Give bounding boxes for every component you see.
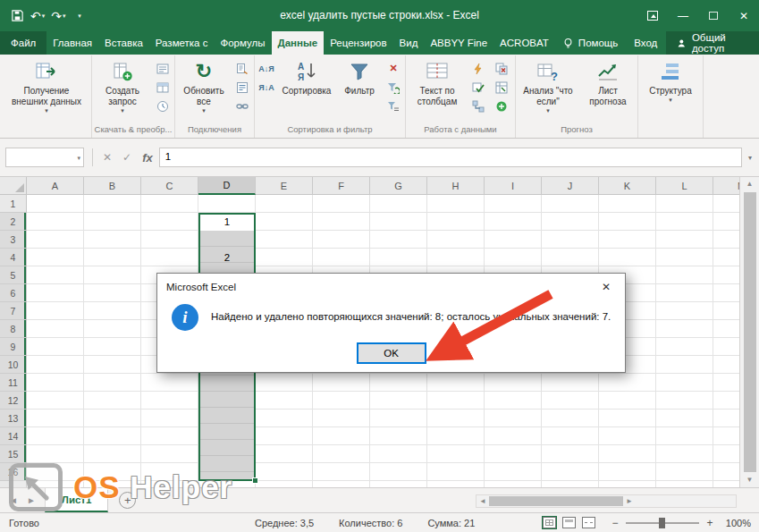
column-header[interactable]: A — [27, 177, 84, 195]
ribbon-tab[interactable]: Разметка с — [149, 31, 215, 55]
recent-sources-button[interactable] — [153, 98, 173, 114]
relationships-button[interactable] — [468, 98, 488, 114]
scroll-up-icon[interactable]: ▲ — [746, 179, 754, 190]
row-header[interactable]: 1 — [0, 195, 26, 213]
scroll-down-icon[interactable]: ▼ — [746, 475, 754, 486]
row-header[interactable]: 4 — [0, 249, 26, 266]
select-all-corner[interactable] — [0, 177, 27, 195]
cell-D2[interactable]: 1 — [198, 213, 256, 231]
refresh-all-button[interactable]: ↻ Обновить все ▾ — [177, 56, 231, 122]
scroll-left-icon[interactable]: ◄ — [479, 496, 486, 507]
caret-down-icon[interactable]: ▾ — [77, 155, 80, 162]
column-header[interactable]: F — [313, 177, 370, 195]
normal-view-button[interactable] — [543, 517, 556, 528]
row-header[interactable]: 15 — [0, 445, 26, 463]
manage-data-model-button[interactable] — [492, 98, 511, 114]
show-queries-button[interactable] — [153, 61, 173, 76]
ribbon-tab[interactable]: Формулы — [214, 31, 271, 55]
ribbon-display-options-button[interactable] — [637, 0, 668, 31]
row-header[interactable]: 7 — [0, 302, 26, 320]
sort-button[interactable]: АЯ Сортировка — [278, 56, 335, 122]
cancel-icon[interactable]: ✕ — [103, 151, 112, 164]
column-header[interactable]: G — [370, 177, 427, 195]
column-header[interactable]: H — [427, 177, 485, 195]
remove-duplicates-button[interactable] — [492, 61, 511, 76]
horizontal-scroll-thumb[interactable] — [489, 496, 623, 506]
column-header[interactable]: D — [198, 177, 256, 195]
row-header[interactable]: 3 — [0, 231, 26, 249]
reapply-filter-button[interactable] — [384, 80, 403, 95]
formula-input[interactable]: 1 — [159, 148, 742, 167]
what-if-analysis-button[interactable]: ? Анализ "что если" ▾ — [518, 56, 578, 122]
row-header[interactable]: 9 — [0, 338, 26, 356]
enter-icon[interactable]: ✓ — [122, 151, 131, 164]
add-sheet-button[interactable]: + — [119, 492, 136, 509]
zoom-slider-thumb[interactable] — [659, 518, 665, 528]
tell-me-help-button[interactable]: Помощь — [555, 31, 625, 55]
new-query-button[interactable]: Создать запрос ▾ — [94, 56, 151, 122]
column-header[interactable]: B — [84, 177, 141, 195]
row-header[interactable]: 13 — [0, 410, 26, 427]
maximize-button[interactable] — [698, 0, 729, 31]
dialog-close-button[interactable]: ✕ — [587, 274, 625, 300]
column-header[interactable]: J — [542, 177, 599, 195]
sheet-next-icon[interactable]: ► — [27, 495, 36, 505]
advanced-filter-button[interactable] — [384, 98, 403, 114]
zoom-slider[interactable] — [626, 522, 699, 524]
row-header[interactable]: 12 — [0, 392, 26, 410]
share-button[interactable]: Общий доступ — [666, 31, 759, 55]
filter-button[interactable]: Фильтр — [337, 56, 382, 122]
row-header[interactable]: 8 — [0, 320, 26, 338]
sheet-prev-icon[interactable]: ◄ — [9, 495, 18, 505]
consolidate-button[interactable] — [492, 80, 511, 95]
vertical-scrollbar[interactable]: ▲ ▼ — [739, 177, 759, 487]
cell-D4[interactable]: 2 — [198, 249, 256, 266]
save-button[interactable] — [7, 5, 27, 27]
edit-links-button[interactable] — [232, 98, 252, 114]
ribbon-tab[interactable]: Рецензиров — [324, 31, 392, 55]
outline-button[interactable]: Структура ▾ — [640, 56, 701, 122]
ok-button[interactable]: OK — [357, 342, 426, 364]
row-header[interactable]: 2 — [0, 213, 26, 231]
column-header[interactable]: M — [713, 177, 739, 195]
properties-button[interactable] — [232, 80, 252, 95]
sign-in-button[interactable]: Вход — [625, 38, 666, 48]
column-header[interactable]: C — [141, 177, 198, 195]
row-header[interactable]: 14 — [0, 427, 26, 445]
row-header[interactable]: 5 — [0, 266, 26, 284]
from-table-button[interactable] — [153, 80, 173, 95]
scroll-right-icon[interactable]: ► — [626, 496, 633, 507]
insert-function-icon[interactable]: fx — [142, 151, 153, 165]
expand-formula-bar-icon[interactable]: ▾ — [748, 154, 754, 162]
column-header[interactable]: E — [256, 177, 313, 195]
ribbon-tab[interactable]: Данные — [272, 31, 325, 55]
row-header[interactable]: 6 — [0, 284, 26, 302]
customize-quick-access-button[interactable]: ▾ — [70, 5, 89, 27]
sheet-tab-list1[interactable]: Лист1 — [45, 488, 109, 512]
name-box[interactable]: ▾ — [5, 148, 84, 167]
ribbon-tab[interactable]: ACROBAT — [493, 31, 555, 55]
ribbon-tab[interactable]: Файл — [0, 31, 46, 55]
get-external-data-button[interactable]: Получение внешних данных ▾ — [4, 56, 89, 122]
forecast-sheet-button[interactable]: Лист прогноза — [580, 56, 636, 122]
row-header[interactable]: 16 — [0, 463, 26, 481]
minimize-button[interactable]: — — [668, 0, 698, 31]
clear-filter-button[interactable]: ✕ — [384, 61, 403, 76]
redo-button[interactable]: ↷▾ — [48, 5, 68, 27]
data-validation-button[interactable] — [468, 80, 488, 95]
close-button[interactable]: ✕ — [729, 0, 759, 31]
zoom-level[interactable]: 100% — [721, 518, 751, 528]
fill-handle[interactable] — [252, 477, 258, 484]
connections-button[interactable] — [232, 61, 252, 76]
sort-descending-button[interactable]: Я↓А — [257, 80, 276, 95]
sort-ascending-button[interactable]: А↓Я — [257, 61, 276, 76]
flash-fill-button[interactable] — [468, 61, 488, 76]
column-header[interactable]: I — [485, 177, 542, 195]
ribbon-tab[interactable]: Главная — [46, 31, 98, 55]
page-layout-view-button[interactable] — [562, 517, 576, 528]
ribbon-tab[interactable]: Вставка — [98, 31, 149, 55]
undo-button[interactable]: ↶▾ — [28, 5, 47, 27]
page-break-view-button[interactable] — [582, 517, 595, 528]
ribbon-tab[interactable]: ABBYY Fine — [424, 31, 493, 55]
row-header[interactable]: 11 — [0, 374, 26, 392]
